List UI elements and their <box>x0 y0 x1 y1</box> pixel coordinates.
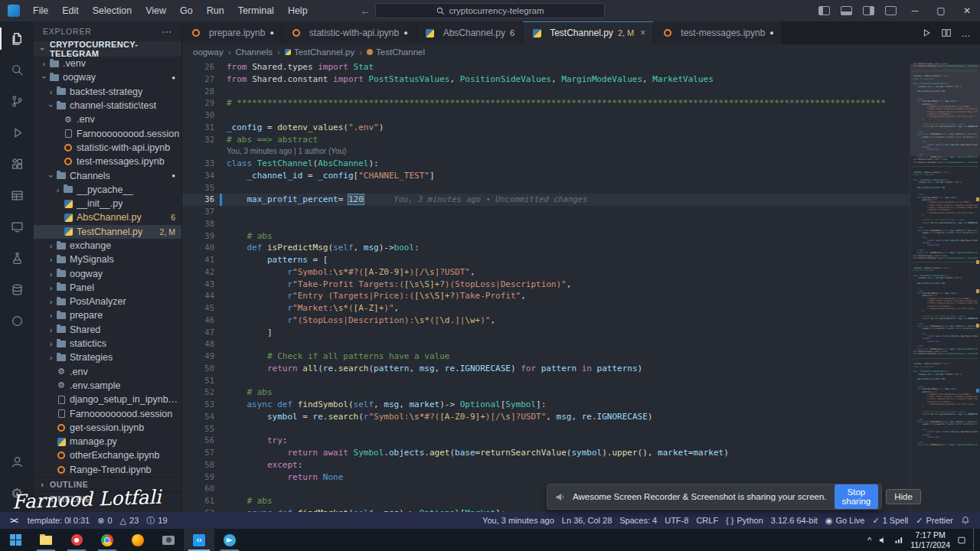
close-button[interactable]: ✕ <box>954 0 980 21</box>
toggle-sidebar-icon[interactable] <box>818 6 830 15</box>
menu-selection[interactable]: Selection <box>86 0 139 21</box>
menu-terminal[interactable]: Terminal <box>231 0 281 21</box>
minimap[interactable]: from Shared.types import Statfrom Shared… <box>910 60 980 512</box>
tab-AbsChannel.py[interactable]: AbsChannel.py6 <box>416 21 524 44</box>
customize-layout-icon[interactable] <box>885 6 897 15</box>
code-line[interactable]: 55 <box>182 423 910 435</box>
taskbar-clock[interactable]: 7:17 PM 11/17/2024 <box>910 530 950 549</box>
toggle-panel-icon[interactable] <box>841 6 852 15</box>
tree-item[interactable]: ›prepare <box>34 308 181 322</box>
maximize-button[interactable]: ▢ <box>928 0 954 21</box>
code-line[interactable]: 37 <box>182 206 910 218</box>
code-line[interactable]: 54 symbol = re.search(r"Symbol:\s*#?([A-… <box>182 411 910 423</box>
breadcrumb-item[interactable]: TestChannel.py <box>285 47 354 57</box>
show-desktop-strip[interactable] <box>973 529 977 551</box>
menu-help[interactable]: Help <box>281 0 315 21</box>
tree-item[interactable]: Range-Trend.ipynb <box>34 463 181 477</box>
menu-edit[interactable]: Edit <box>55 0 86 21</box>
tray-expand-icon[interactable]: ^ <box>867 536 871 545</box>
code-line[interactable]: 52 # abs <box>182 386 910 399</box>
bell-icon[interactable] <box>957 516 974 525</box>
breadcrumb-item[interactable]: TestChannel <box>367 47 425 57</box>
toggle-secondary-sidebar-icon[interactable] <box>863 6 874 15</box>
status-item-3-12-6-64-bit[interactable]: 3.12.6 64-bit <box>767 516 822 525</box>
status-item-crlf[interactable]: CRLF <box>692 516 722 525</box>
code-line[interactable]: 33class TestChannel(AbsChannel): <box>182 158 910 170</box>
code-line[interactable]: 47 ] <box>182 327 910 339</box>
more-actions-icon[interactable]: … <box>961 28 971 39</box>
start-taskbar-icon[interactable] <box>0 529 31 551</box>
code-line[interactable]: 28 <box>182 86 910 98</box>
tree-item[interactable]: TestChannel.py2, M <box>34 225 181 239</box>
tree-item[interactable]: ›Panel <box>34 281 181 295</box>
status-item-spaces-4[interactable]: Spaces: 4 <box>616 516 661 525</box>
explorer-actions-icon[interactable]: ⋯ <box>162 26 172 37</box>
vscode-taskbar-icon[interactable]: ‹› <box>184 529 214 551</box>
status-item-go-live[interactable]: ◉Go Live <box>822 516 869 526</box>
code-line[interactable]: 27from Shared.constant import PostStatus… <box>182 73 910 86</box>
table-icon[interactable] <box>0 180 34 211</box>
tree-item[interactable]: manage.py <box>34 435 181 448</box>
tree-item[interactable]: ›oogway● <box>34 70 181 84</box>
network-icon[interactable] <box>894 536 903 545</box>
codelens-line[interactable]: You, 3 minutes ago | 1 author (You) <box>182 145 910 158</box>
tree-item[interactable]: ›oogway <box>34 266 181 280</box>
remote-explorer-icon[interactable] <box>0 211 34 243</box>
run-debug-icon[interactable] <box>0 117 34 148</box>
chrome-taskbar-icon[interactable] <box>92 529 122 551</box>
breadcrumb-item[interactable]: oogway <box>193 47 224 57</box>
code-line[interactable]: 58 except: <box>182 459 910 471</box>
tree-item[interactable]: ⚙.env.sample <box>34 379 181 393</box>
status-item-icon[interactable]: >< <box>6 516 24 525</box>
firefox-taskbar-icon[interactable] <box>122 529 153 551</box>
tree-item[interactable]: ⚙.env <box>34 112 181 126</box>
split-editor-icon[interactable] <box>941 28 952 38</box>
tree-item[interactable]: ⚙.env <box>34 365 181 379</box>
status-item-ln-36-col-28[interactable]: Ln 36, Col 28 <box>558 516 616 525</box>
code-line[interactable]: 34 _channel_id = _config["CHANNEL_TEST"] <box>182 170 910 182</box>
code-line[interactable]: 32# abs ==> abstract <box>182 134 910 146</box>
breadcrumb-item[interactable]: Channels <box>235 47 273 57</box>
file-explorer-taskbar-icon[interactable] <box>31 529 61 551</box>
tree-item[interactable]: ›exchange <box>34 239 181 253</box>
code-line[interactable]: 29# ************************************… <box>182 97 910 109</box>
tree-item[interactable]: ›.venv <box>34 57 181 70</box>
code-line[interactable]: 57 return await Symbol.objects.aget(base… <box>182 447 910 459</box>
tree-item[interactable]: AbsChannel.py6 <box>34 210 181 224</box>
close-tab-icon[interactable]: × <box>640 28 645 38</box>
workspace-root[interactable]: › CRYPTOCURRENCY-TELEGRAM <box>34 41 181 57</box>
code-line[interactable]: 35 <box>182 182 910 194</box>
settings-icon[interactable]: ⚙ <box>0 478 34 509</box>
status-item-23[interactable]: △23 <box>116 516 143 526</box>
tree-item[interactable]: Farnooooooood.session <box>34 406 181 420</box>
tree-item[interactable]: ›__pycache__ <box>34 183 181 197</box>
tab-prepare.ipynb[interactable]: prepare.ipynb● <box>182 21 283 44</box>
tree-item[interactable]: __init__.py <box>34 197 181 210</box>
tree-item[interactable]: statistic-with-api.ipynb <box>34 141 181 155</box>
extensions-icon[interactable] <box>0 148 34 180</box>
tree-item[interactable]: ›statictics <box>34 337 181 350</box>
code-line[interactable]: 44 r"Entry (Targets|Price):([\s\S]+?)Tak… <box>182 290 910 302</box>
code-content[interactable]: 26from Shared.types import Stat27from Sh… <box>182 61 910 512</box>
code-line[interactable]: 59 return None <box>182 471 910 484</box>
volume-icon[interactable] <box>878 536 887 545</box>
code-line[interactable]: 46 r"(StopLoss|Description):\s*([\d.]|\w… <box>182 315 910 327</box>
menu-view[interactable]: View <box>139 0 173 21</box>
circle-icon[interactable] <box>0 305 34 337</box>
database-icon[interactable] <box>0 274 34 305</box>
menu-file[interactable]: File <box>26 0 55 21</box>
tree-item[interactable]: ›backtest-strategy <box>34 85 181 99</box>
status-item-19[interactable]: ⓘ19 <box>142 515 171 527</box>
code-line[interactable]: 56 try: <box>182 435 910 447</box>
code-line[interactable]: 30 <box>182 109 910 122</box>
status-item-1-spell[interactable]: ✓1 Spell <box>868 516 912 526</box>
code-line[interactable]: 39 # abs <box>182 230 910 243</box>
run-button[interactable] <box>921 28 932 38</box>
telegram-taskbar-icon[interactable] <box>214 529 245 551</box>
tree-item[interactable]: ›Strategies <box>34 350 181 364</box>
code-line[interactable]: 45 r"Market:\s*([A-Z]+)", <box>182 302 910 315</box>
code-line[interactable]: 41 patterns = [ <box>182 254 910 266</box>
tab-test-messages.ipynb[interactable]: test-messages.ipynb● <box>654 21 782 44</box>
tab-TestChannel.py[interactable]: TestChannel.py2, M× <box>523 21 654 44</box>
status-item-template-0l-0-31[interactable]: template: 0l 0:31 <box>24 516 93 525</box>
